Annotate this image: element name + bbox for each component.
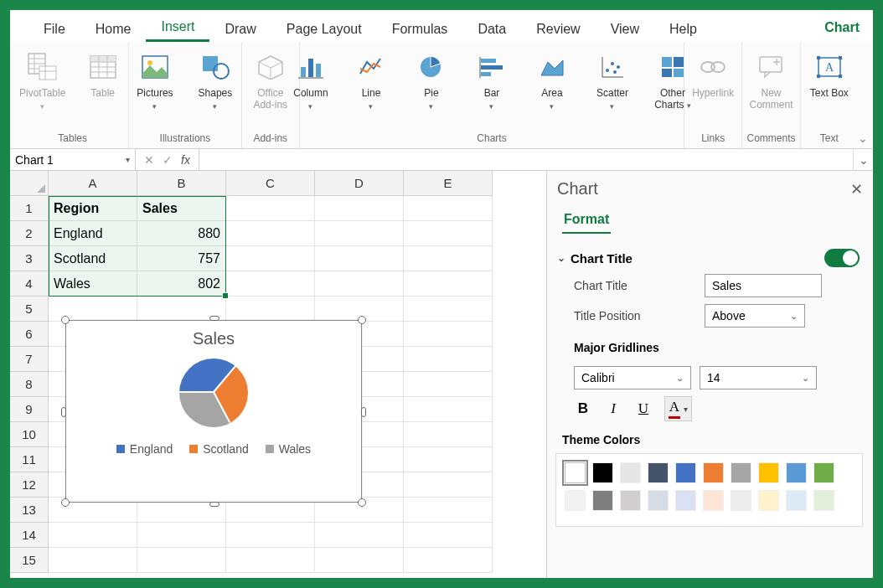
legend-item[interactable]: Scotland [189,442,248,456]
cell[interactable] [315,271,404,297]
color-swatch[interactable] [592,462,613,483]
color-swatch[interactable] [703,490,724,511]
column-header[interactable]: E [404,171,493,196]
cell[interactable] [226,548,315,573]
panel-tab-format[interactable]: Format [562,207,611,234]
embedded-chart[interactable]: Sales England Scotland Wales [65,320,362,503]
color-swatch[interactable] [786,490,807,511]
color-swatch[interactable] [758,462,779,483]
pictures-button[interactable]: Pictures ▾ [131,47,179,111]
chart-title-input[interactable] [705,274,822,297]
cancel-icon[interactable]: ✕ [144,153,154,167]
select-all-corner[interactable] [10,171,49,196]
chart-title[interactable]: Sales [66,321,361,348]
color-swatch[interactable] [731,462,751,483]
cell[interactable] [404,221,493,246]
column-header[interactable]: A [49,171,137,196]
formula-input[interactable] [199,149,853,170]
column-header[interactable]: C [226,171,315,196]
row-header[interactable]: 1 [10,196,49,221]
chart-title-toggle[interactable] [824,249,860,267]
cell[interactable] [404,271,493,297]
tab-review[interactable]: Review [521,15,595,42]
color-swatch[interactable] [703,462,724,483]
resize-handle[interactable] [61,316,70,324]
name-box[interactable]: Chart 1 ▾ [10,149,136,170]
section-chart-title[interactable]: ⌄ Chart Title [557,251,633,266]
cell[interactable]: Scotland [49,246,137,271]
cell[interactable] [404,322,493,347]
resize-handle[interactable] [61,407,66,417]
cell[interactable] [226,271,315,297]
cell[interactable] [315,523,404,548]
bold-button[interactable]: B [574,400,592,417]
color-swatch[interactable] [758,490,779,511]
cell[interactable] [226,196,315,221]
row-header[interactable]: 14 [10,523,49,548]
formula-expand-icon[interactable]: ⌄ [853,149,873,170]
color-swatch[interactable] [592,490,613,511]
color-swatch[interactable] [675,490,696,511]
pie-chart-button[interactable]: Pie ▾ [407,47,456,111]
row-header[interactable]: 13 [10,498,49,523]
color-swatch[interactable] [731,490,751,511]
column-header[interactable]: B [137,171,226,196]
column-chart-button[interactable]: Column ▾ [287,47,335,111]
cell[interactable] [137,548,226,573]
color-swatch[interactable] [648,462,669,483]
color-swatch[interactable] [565,462,586,483]
enter-icon[interactable]: ✓ [163,153,173,167]
row-header[interactable]: 3 [10,246,49,271]
row-header[interactable]: 5 [10,297,49,322]
line-chart-button[interactable]: Line ▾ [347,47,395,111]
color-swatch[interactable] [786,462,807,483]
cell[interactable] [404,548,493,573]
cell[interactable] [404,297,493,322]
cell[interactable] [404,472,493,498]
tab-formulas[interactable]: Formulas [377,15,463,42]
tab-file[interactable]: File [28,15,80,42]
cell[interactable] [404,397,493,422]
cell[interactable] [404,246,493,271]
cell[interactable] [137,523,226,548]
cell[interactable] [404,422,493,447]
tab-page-layout[interactable]: Page Layout [271,15,377,42]
cell[interactable]: 880 [137,221,226,246]
scatter-chart-button[interactable]: Scatter ▾ [588,47,637,111]
text-box-button[interactable]: A Text Box [805,47,854,99]
font-name-select[interactable]: Calibri ⌄ [574,366,691,389]
hyperlink-button[interactable]: Hyperlink [689,47,737,99]
cell[interactable] [404,523,493,548]
color-swatch[interactable] [620,490,641,511]
cell[interactable] [404,498,493,523]
tab-home[interactable]: Home [80,15,147,42]
resize-handle[interactable] [209,502,219,507]
legend-item[interactable]: England [116,442,173,456]
row-header[interactable]: 6 [10,322,49,347]
table-button[interactable]: Table [79,47,127,99]
row-header[interactable]: 7 [10,347,49,372]
title-position-select[interactable]: Above ⌄ [705,304,805,328]
cell[interactable] [315,221,404,246]
shapes-button[interactable]: Shapes ▾ [191,47,240,111]
tab-view[interactable]: View [596,15,654,42]
italic-button[interactable]: I [604,400,622,417]
cell[interactable] [404,372,493,397]
font-size-select[interactable]: 14 ⌄ [700,366,817,389]
close-icon[interactable]: ✕ [850,180,863,199]
cell[interactable]: England [49,221,137,246]
color-swatch[interactable] [565,490,586,511]
cell[interactable]: Region [49,196,137,221]
row-header[interactable]: 10 [10,422,49,447]
resize-handle[interactable] [361,407,366,417]
font-color-button[interactable]: A ▾ [664,396,692,421]
resize-handle[interactable] [358,316,366,324]
cell[interactable] [404,347,493,372]
row-header[interactable]: 4 [10,271,49,297]
legend-item[interactable]: Wales [266,442,311,456]
cell[interactable]: 757 [137,246,226,271]
column-header[interactable]: D [315,171,404,196]
ribbon-collapse-icon[interactable]: ⌄ [858,42,873,148]
cell[interactable] [315,548,404,573]
cell[interactable] [404,196,493,221]
